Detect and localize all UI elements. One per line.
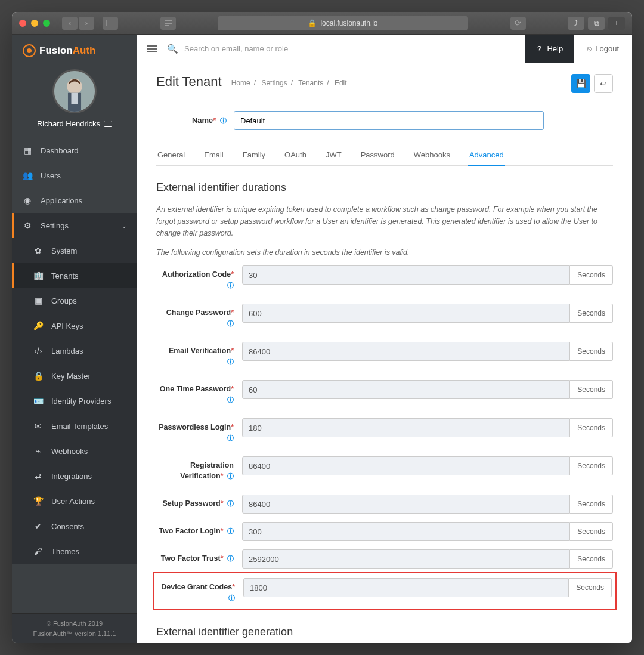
copyright: © FusionAuth 2019 xyxy=(17,619,132,629)
section-desc: An external identifier is unique expirin… xyxy=(156,203,613,239)
back-button[interactable]: ↩ xyxy=(594,74,613,93)
sidebar-item-label: Lambdas xyxy=(51,347,83,356)
section-desc-2: The following configuration sets the dur… xyxy=(156,246,613,258)
device-grant-codes-input[interactable] xyxy=(243,578,569,597)
crumb-tenants[interactable]: Tenants xyxy=(298,79,323,87)
breadcrumb: Home/ Settings/ Tenants/ Edit xyxy=(231,74,347,87)
new-tab-button[interactable]: + xyxy=(608,17,625,30)
tab-advanced[interactable]: Advanced xyxy=(468,144,505,165)
logo-text: FusionAuth xyxy=(39,45,95,57)
browser-window: ‹ › 🔒 local.fusionauth.io ⟳ ⤴ ⧉ + Fusion… xyxy=(12,12,632,643)
search-input[interactable] xyxy=(184,44,515,53)
close-window-icon[interactable] xyxy=(19,20,26,27)
exchange-icon: ⇄ xyxy=(33,471,43,481)
save-button[interactable]: 💾 xyxy=(571,74,590,93)
page-header: Edit Tenant Home/ Settings/ Tenants/ Edi… xyxy=(137,63,632,93)
forward-button[interactable]: › xyxy=(79,17,94,30)
info-icon[interactable]: ⓘ xyxy=(227,472,234,481)
sidebar-item-label: Email Templates xyxy=(51,422,108,431)
info-icon[interactable]: ⓘ xyxy=(227,396,234,404)
code-icon: ‹/› xyxy=(33,346,43,356)
field-otp: One Time Password*ⓘ Seconds xyxy=(156,380,613,405)
sidebar-item-consents[interactable]: ✔Consents xyxy=(12,514,137,539)
help-button[interactable]: ？Help xyxy=(525,35,574,63)
sidebar: FusionAuth Richard Hendricks ▦Dashboard … xyxy=(12,35,137,643)
sidebar-item-system[interactable]: ✿System xyxy=(12,238,137,263)
sidebar-item-groups[interactable]: ▣Groups xyxy=(12,288,137,313)
sidebar-item-themes[interactable]: 🖌Themes xyxy=(12,539,137,564)
sidebar-item-label: Integrations xyxy=(51,472,92,481)
two-factor-trust-input[interactable] xyxy=(242,549,570,569)
info-icon[interactable]: ⓘ xyxy=(227,319,234,328)
info-icon[interactable]: ⓘ xyxy=(227,527,234,536)
minimize-window-icon[interactable] xyxy=(31,20,38,27)
email-verification-input[interactable] xyxy=(242,342,570,361)
info-icon[interactable]: ⓘ xyxy=(220,117,227,124)
tab-password[interactable]: Password xyxy=(360,144,396,165)
sidebar-item-email-templates[interactable]: ✉Email Templates xyxy=(12,413,137,438)
sidebar-item-user-actions[interactable]: 🏆User Actions xyxy=(12,489,137,514)
logout-button[interactable]: ⎋Logout xyxy=(583,44,623,53)
tab-webhooks[interactable]: Webhooks xyxy=(413,144,451,165)
change-password-input[interactable] xyxy=(242,304,570,323)
chevron-down-icon: ⌄ xyxy=(122,223,126,229)
crumb-settings[interactable]: Settings xyxy=(261,79,287,87)
sidebar-item-webhooks[interactable]: ⌁Webhooks xyxy=(12,438,137,464)
field-label: One Time Password*ⓘ xyxy=(156,380,242,405)
sidebar-toggle-button[interactable] xyxy=(103,17,118,30)
maximize-window-icon[interactable] xyxy=(43,20,50,27)
sidebar-item-applications[interactable]: ◉Applications xyxy=(12,188,137,213)
tab-general[interactable]: General xyxy=(156,144,186,165)
unit-label: Seconds xyxy=(570,495,613,514)
tabs-button[interactable]: ⧉ xyxy=(588,17,605,30)
sidebar-item-label: User Actions xyxy=(51,497,95,506)
two-factor-login-input[interactable] xyxy=(242,522,570,541)
passwordless-input[interactable] xyxy=(242,418,570,437)
menu-toggle-button[interactable] xyxy=(147,45,157,52)
sidebar-item-api-keys[interactable]: 🔑API Keys xyxy=(12,313,137,338)
sidebar-item-dashboard[interactable]: ▦Dashboard xyxy=(12,138,137,163)
sidebar-item-label: Consents xyxy=(51,522,84,531)
setup-password-input[interactable] xyxy=(242,495,570,514)
sidebar-item-key-master[interactable]: 🔒Key Master xyxy=(12,363,137,388)
sidebar-item-tenants[interactable]: 🏢Tenants xyxy=(12,263,137,288)
vcard-icon[interactable] xyxy=(104,121,112,127)
nav-buttons: ‹ › xyxy=(62,17,94,30)
reload-button[interactable]: ⟳ xyxy=(510,17,526,30)
tab-oauth[interactable]: OAuth xyxy=(283,144,308,165)
tab-email[interactable]: Email xyxy=(203,144,225,165)
tab-jwt[interactable]: JWT xyxy=(324,144,343,165)
username: Richard Hendricks xyxy=(37,119,112,128)
info-icon[interactable]: ⓘ xyxy=(228,594,235,603)
sidebar-item-settings[interactable]: ⚙Settings⌄ xyxy=(12,213,137,238)
crumb-home[interactable]: Home xyxy=(231,79,250,87)
name-input[interactable] xyxy=(234,111,544,130)
avatar[interactable] xyxy=(52,69,97,113)
auth-code-input[interactable] xyxy=(242,265,570,285)
sidebar-item-lambdas[interactable]: ‹/›Lambdas xyxy=(12,338,137,363)
field-device-grant-codes: Device Grant Codes*ⓘ Seconds xyxy=(153,572,617,610)
reader-button[interactable] xyxy=(160,17,176,30)
header-actions: 💾 ↩ xyxy=(571,74,613,93)
info-icon[interactable]: ⓘ xyxy=(227,434,234,443)
otp-input[interactable] xyxy=(242,380,570,399)
info-icon[interactable]: ⓘ xyxy=(227,499,234,508)
profile: Richard Hendricks xyxy=(12,64,137,138)
info-icon[interactable]: ⓘ xyxy=(227,281,234,290)
sidebar-item-idp[interactable]: 🪪Identity Providers xyxy=(12,388,137,413)
registration-verification-input[interactable] xyxy=(242,456,570,475)
back-button[interactable]: ‹ xyxy=(62,17,78,30)
sidebar-item-label: System xyxy=(51,246,77,255)
content: Name* ⓘ General Email Family OAuth JWT P… xyxy=(137,93,632,643)
tab-family[interactable]: Family xyxy=(242,144,267,165)
sidebar-item-integrations[interactable]: ⇄Integrations xyxy=(12,464,137,489)
field-label: Two Factor Login* ⓘ xyxy=(156,522,242,537)
address-bar[interactable]: 🔒 local.fusionauth.io xyxy=(218,16,468,30)
info-icon[interactable]: ⓘ xyxy=(227,554,234,563)
window-controls xyxy=(19,20,50,27)
sidebar-item-label: Webhooks xyxy=(51,447,88,456)
field-two-factor-login: Two Factor Login* ⓘ Seconds xyxy=(156,522,613,541)
info-icon[interactable]: ⓘ xyxy=(227,357,234,366)
sidebar-item-users[interactable]: 👥Users xyxy=(12,163,137,188)
share-button[interactable]: ⤴ xyxy=(568,17,584,30)
